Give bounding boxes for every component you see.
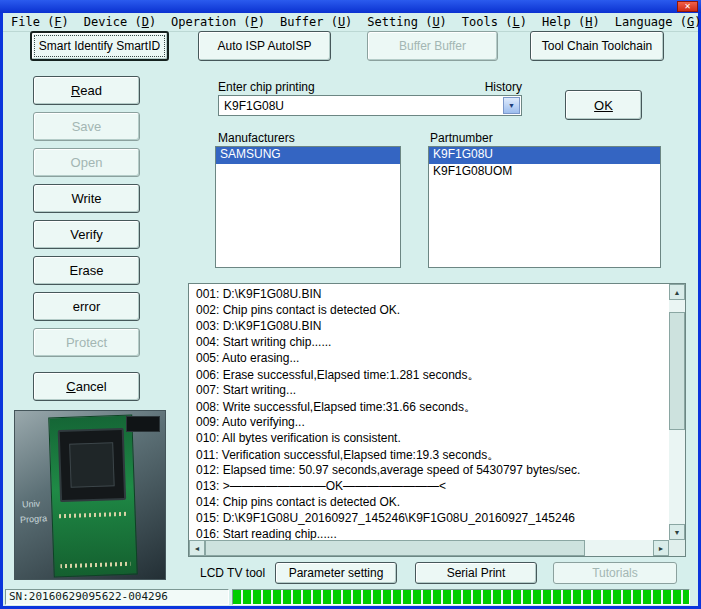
menu-item-operation[interactable]: Operation (P) [163, 13, 272, 31]
log-panel: 001: D:\K9F1G08U.BIN 002: Chip pins cont… [188, 283, 686, 557]
button-label: Buffer Buffer [399, 39, 466, 53]
paren: ) [62, 15, 69, 29]
enter-chip-printing-label: Enter chip printing [218, 80, 315, 94]
menu-label: Language [615, 15, 680, 29]
close-icon: ✕ [684, 2, 691, 11]
list-item[interactable]: K9F1G08UOM [429, 164, 660, 181]
menu-label: File [11, 15, 47, 29]
write-button[interactable]: Write [33, 184, 140, 213]
menu-item-tools[interactable]: Tools (L) [454, 13, 534, 31]
manufacturers-list[interactable]: SAMSUNG [215, 146, 401, 268]
mnemonic: P [251, 15, 258, 29]
menu-item-device[interactable]: Device (D) [76, 13, 163, 31]
ok-button[interactable]: OK [565, 90, 642, 120]
button-label: Auto ISP AutoISP [218, 39, 312, 53]
log-output[interactable]: 001: D:\K9F1G08U.BIN 002: Chip pins cont… [189, 284, 669, 540]
label-rest: ead [80, 83, 102, 98]
menu-label: Buffer [280, 15, 331, 29]
cancel-button[interactable]: Cancel [33, 372, 140, 401]
arrow-left-icon: ◄ [194, 545, 201, 552]
open-button[interactable]: Open [33, 148, 140, 177]
app-window: ✕ File (F) Device (D) Operation (P) Buff… [0, 0, 701, 609]
smart-identify-button[interactable]: Smart Identify SmartID [30, 31, 169, 61]
protect-button[interactable]: Protect [33, 328, 140, 357]
photo-watermark-text: Univ [22, 498, 41, 509]
log-line: 012: Elapsed time: 50.97 seconds,average… [196, 463, 667, 479]
log-line: 007: Start writing... [196, 383, 667, 399]
menu-item-setting[interactable]: Setting (U) [359, 13, 454, 31]
buffer-button[interactable]: Buffer Buffer [367, 31, 498, 61]
button-label: Protect [66, 335, 107, 350]
paren: ) [520, 15, 527, 29]
chip-combo-dropdown-button[interactable]: ▼ [503, 97, 520, 114]
menu-label: Device [84, 15, 135, 29]
menu-item-file[interactable]: File (F) [3, 13, 76, 31]
partnumber-list[interactable]: K9F1G08U K9F1G08UOM [428, 146, 661, 268]
menu-item-help[interactable]: Help (H) [534, 13, 607, 31]
adapter-photo: Univ Progra [14, 410, 166, 580]
scroll-right-button[interactable]: ► [653, 540, 669, 556]
parameter-setting-button[interactable]: Parameter setting [275, 562, 397, 584]
log-line: 008: Write successful,Elapsed time:31.66… [196, 399, 667, 415]
vertical-scrollbar[interactable]: ▲ ▼ [669, 284, 685, 540]
scroll-down-button[interactable]: ▼ [669, 524, 685, 540]
menu-item-buffer[interactable]: Buffer (U) [272, 13, 359, 31]
log-line: 003: D:\K9F1G08U.BIN [196, 319, 667, 335]
log-line: 014: Chip pins contact is detected OK. [196, 495, 667, 511]
horizontal-scroll-thumb[interactable] [205, 540, 585, 556]
mnemonic: D [142, 15, 149, 29]
horizontal-scrollbar[interactable]: ◄ ► [189, 540, 669, 556]
paren: ( [134, 15, 141, 29]
label-rest: ancel [76, 379, 107, 394]
button-label: Save [72, 119, 102, 134]
scrollbar-corner [669, 540, 685, 556]
mnemonic: F [54, 15, 61, 29]
erase-button[interactable]: Erase [33, 256, 140, 285]
mnemonic: L [512, 15, 519, 29]
error-button[interactable]: error [33, 292, 140, 321]
serial-print-button[interactable]: Serial Print [415, 562, 537, 584]
pin-header [126, 416, 160, 432]
tool-chain-button[interactable]: Tool Chain Toolchain [530, 31, 664, 61]
menu-label: Setting [367, 15, 425, 29]
paren: ( [243, 15, 250, 29]
auto-isp-button[interactable]: Auto ISP AutoISP [198, 31, 331, 61]
verify-button[interactable]: Verify [33, 220, 140, 249]
arrow-right-icon: ► [658, 545, 665, 552]
client-area: File (F) Device (D) Operation (P) Buffer… [3, 13, 698, 606]
button-label: Parameter setting [289, 566, 384, 580]
save-button[interactable]: Save [33, 112, 140, 141]
scroll-up-button[interactable]: ▲ [669, 284, 685, 300]
solder-pads [60, 562, 130, 568]
close-button[interactable]: ✕ [677, 1, 698, 12]
button-label: OK [594, 98, 613, 113]
log-line: 006: Erase successful,Elapsed time:1.281… [196, 367, 667, 383]
paren: ) [149, 15, 156, 29]
socket-inner [69, 442, 115, 488]
chip-printing-input[interactable] [220, 97, 503, 114]
button-label: Erase [70, 263, 104, 278]
progress-bar [232, 589, 690, 605]
log-line: 009: Auto verifying... [196, 415, 667, 431]
history-label: History [463, 80, 522, 94]
menu-label: Operation [171, 15, 243, 29]
read-button[interactable]: Read [33, 76, 140, 105]
log-line: 011: Verification successful,Elapsed tim… [196, 447, 667, 463]
log-line: 005: Auto erasing... [196, 351, 667, 367]
paren: ) [593, 15, 600, 29]
lcd-tv-tool-label: LCD TV tool [200, 566, 265, 580]
button-label: Tutorials [592, 566, 638, 580]
scroll-left-button[interactable]: ◄ [189, 540, 205, 556]
list-item[interactable]: SAMSUNG [216, 147, 400, 164]
menu-item-language[interactable]: Language (G) [607, 13, 701, 31]
list-item[interactable]: K9F1G08U [429, 147, 660, 164]
title-bar[interactable]: ✕ [0, 0, 701, 13]
paren: ( [331, 15, 338, 29]
button-label: Tool Chain Toolchain [542, 39, 653, 53]
tutorials-button[interactable]: Tutorials [553, 562, 677, 584]
mnemonic: U [432, 15, 439, 29]
chip-printing-combo: ▼ [218, 95, 522, 116]
arrow-up-icon: ▲ [674, 289, 681, 296]
vertical-scroll-thumb[interactable] [669, 312, 685, 430]
paren: ) [258, 15, 265, 29]
